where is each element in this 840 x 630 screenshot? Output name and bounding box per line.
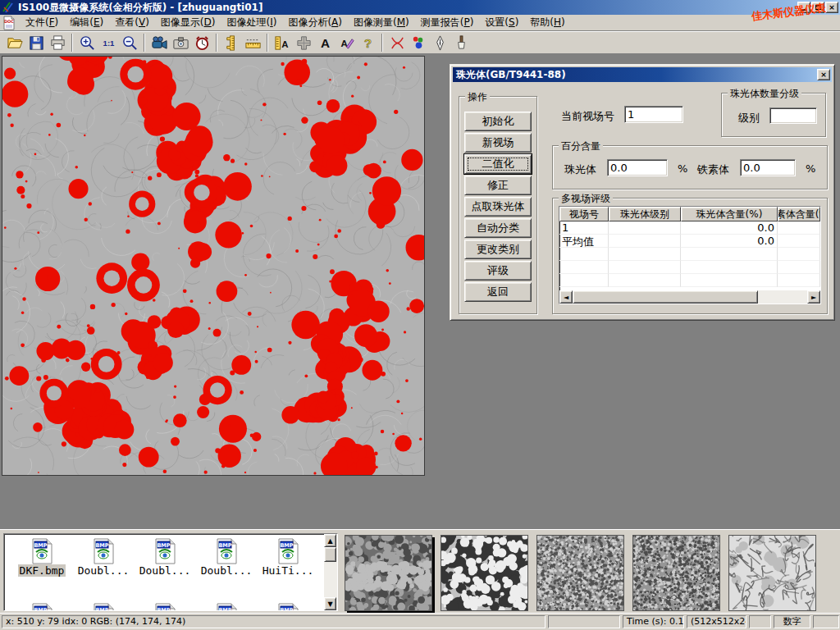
op-button-4[interactable]: 点取珠光体	[464, 197, 532, 217]
file-item-0[interactable]: BMPDKF.bmp	[12, 538, 71, 577]
table-cell	[778, 274, 820, 287]
classify-balls-button[interactable]	[408, 33, 429, 53]
file-item-1[interactable]: BMPDoubl...	[74, 538, 133, 577]
bmp-file-icon: BMP	[258, 538, 317, 564]
text-button[interactable]: A	[314, 33, 336, 53]
thumbnail-4[interactable]	[728, 535, 816, 611]
table-row-4[interactable]	[559, 274, 820, 287]
help-button[interactable]: ?	[357, 33, 378, 53]
zoom-out-button[interactable]	[119, 33, 140, 53]
file-scroll-down-button[interactable]: ▼	[324, 597, 336, 610]
pearlite-percent-input[interactable]	[607, 159, 668, 176]
op-button-2[interactable]: 二值化	[464, 154, 532, 174]
annotate-button[interactable]: A	[336, 33, 357, 53]
menu-item-help[interactable]: 帮助(H)	[524, 14, 570, 31]
open-icon	[7, 34, 24, 52]
file-item-partial-2[interactable]: BMP	[135, 603, 194, 611]
pearlite-dialog: 珠光体(GB/T9441-88) × 操作 初始化新视场二值化修正点取珠光体自动…	[450, 64, 835, 321]
file-item-partial-1[interactable]: BMP	[74, 603, 133, 611]
brush-button[interactable]	[450, 33, 472, 53]
print-button[interactable]	[47, 33, 68, 53]
op-button-6[interactable]: 更改类别	[464, 240, 532, 259]
menu-item-image-process[interactable]: 图像处理(I)	[221, 14, 282, 31]
menu-item-settings[interactable]: 设置(S)	[479, 14, 524, 31]
caliper-button[interactable]	[221, 33, 242, 53]
table-header-1[interactable]: 珠光体级别	[609, 207, 681, 221]
camera-button[interactable]	[170, 33, 191, 53]
thumbnail-0[interactable]	[345, 535, 432, 611]
grade-group: 珠光体数量分级 级别	[721, 93, 826, 137]
actual-size-button[interactable]: 1:1	[98, 33, 119, 53]
table-cell	[559, 261, 609, 274]
op-button-7[interactable]: 评级	[464, 261, 532, 281]
restore-button[interactable]	[811, 2, 824, 13]
menu-item-image-analysis[interactable]: 图像分析(A)	[282, 14, 348, 31]
minimize-button[interactable]	[797, 2, 810, 13]
file-item-partial-3[interactable]: BMP	[197, 603, 256, 611]
file-item-partial-0[interactable]: BMP	[12, 603, 71, 611]
measure-text-button[interactable]: A	[272, 33, 293, 53]
dialog-title-bar[interactable]: 珠光体(GB/T9441-88) ×	[453, 67, 832, 82]
rating-table[interactable]: 视场号珠光体级别珠光体含量(%)铁素体含量(%) 10.0平均值0.0 ◄ ►	[559, 206, 821, 304]
file-scroll-up-button[interactable]: ▲	[324, 534, 336, 547]
table-horizontal-scrollbar[interactable]: ◄ ►	[559, 290, 820, 304]
ferrite-percent-input[interactable]	[740, 159, 796, 176]
file-list[interactable]: ▲ ▼ BMPDKF.bmpBMPDoubl...BMPDoubl...BMPD…	[3, 533, 338, 611]
table-row-0[interactable]: 10.0	[559, 221, 820, 235]
grade-input[interactable]	[769, 107, 817, 124]
file-item-4[interactable]: BMPHuiTi...	[258, 538, 317, 577]
table-header-2[interactable]: 珠光体含量(%)	[681, 207, 778, 221]
document-icon[interactable]: DOC	[2, 16, 16, 30]
ruler-button[interactable]	[242, 33, 263, 53]
scroll-thumb[interactable]	[573, 290, 758, 304]
menu-item-edit[interactable]: 编辑(E)	[64, 14, 109, 31]
grid-stamp-button[interactable]	[293, 33, 314, 53]
table-header-0[interactable]: 视场号	[559, 207, 609, 221]
file-item-3[interactable]: BMPDoubl...	[197, 538, 256, 577]
menu-item-measure-report[interactable]: 测量报告(P)	[415, 14, 480, 31]
file-name: Doubl...	[138, 564, 193, 577]
dialog-close-button[interactable]: ×	[817, 69, 830, 80]
thumbnail-2[interactable]	[536, 535, 624, 611]
close-button[interactable]: ×	[825, 2, 838, 13]
menu-item-file[interactable]: 文件(F)	[20, 14, 64, 31]
thumbnail-3[interactable]	[632, 535, 720, 611]
thumbnail-1[interactable]	[441, 535, 528, 611]
table-cell: 1	[559, 221, 609, 235]
op-button-8[interactable]: 返回	[464, 282, 532, 302]
scroll-left-button[interactable]: ◄	[559, 290, 573, 304]
timer-button[interactable]	[191, 33, 212, 53]
actual-size-icon: 1:1	[100, 34, 117, 52]
open-button[interactable]	[4, 33, 25, 53]
file-item-partial-4[interactable]: BMP	[258, 603, 317, 611]
pen-button[interactable]	[429, 33, 450, 53]
percent-group-label: 百分含量	[559, 139, 603, 153]
video-camera-button[interactable]	[148, 33, 170, 53]
table-row-1[interactable]: 平均值0.0	[559, 235, 820, 248]
menu-item-view[interactable]: 查看(V)	[109, 14, 155, 31]
table-row-3[interactable]	[559, 261, 820, 274]
table-header-3[interactable]: 铁素体含量(%)	[778, 207, 820, 221]
zoom-in-button[interactable]	[76, 33, 98, 53]
save-button[interactable]	[25, 33, 47, 53]
file-item-2[interactable]: BMPDoubl...	[135, 538, 194, 577]
current-field-input[interactable]	[624, 106, 683, 123]
op-button-1[interactable]: 新视场	[464, 133, 532, 153]
op-button-3[interactable]: 修正	[464, 176, 532, 195]
op-button-0[interactable]: 初始化	[464, 112, 532, 131]
table-row-2[interactable]	[559, 248, 820, 261]
micrograph-image[interactable]	[2, 56, 425, 476]
table-cell	[609, 261, 681, 274]
scroll-right-button[interactable]: ►	[807, 290, 820, 304]
grid-stamp-icon	[295, 34, 313, 52]
menu-item-image-measure[interactable]: 图像测量(M)	[348, 14, 415, 31]
table-cell	[681, 274, 778, 287]
window-title: IS100显微摄像系统(金相分析版) - [zhuguangti01]	[18, 1, 262, 15]
annotate-icon: A	[338, 34, 355, 52]
bmp-file-icon: BMP	[74, 538, 133, 564]
curve-tool-button[interactable]	[386, 33, 408, 53]
file-list-scrollbar[interactable]: ▲ ▼	[324, 534, 337, 610]
file-scroll-thumb[interactable]	[324, 547, 336, 562]
menu-item-image-display[interactable]: 图像显示(D)	[155, 14, 221, 31]
op-button-5[interactable]: 自动分类	[464, 218, 532, 238]
